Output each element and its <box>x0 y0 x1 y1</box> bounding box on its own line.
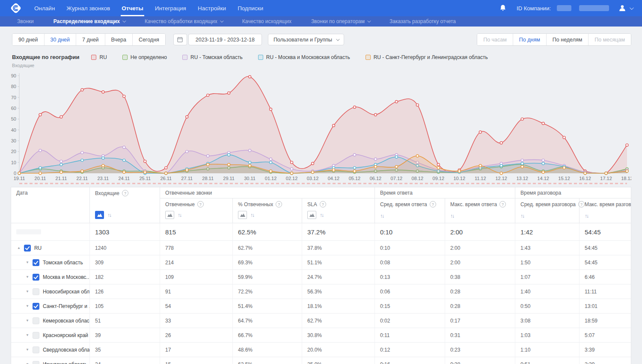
granularity-button[interactable]: По месяцам <box>588 34 631 45</box>
submenu-item-operator-calls[interactable]: Звонки по операторам <box>311 18 370 24</box>
table-cell: ▼Свердловская обла... <box>11 343 90 357</box>
app-logo-icon[interactable] <box>9 2 22 15</box>
date-range-value[interactable]: 2023-11-19 - 2023-12-18 <box>188 34 262 45</box>
help-icon[interactable]: ? <box>430 201 436 207</box>
granularity-button[interactable]: По часам <box>477 34 513 45</box>
table-cell: 214 <box>160 255 233 269</box>
chart-toggle-icon[interactable] <box>165 211 174 219</box>
col-header-answered: Отвеченные? ↑↓ <box>160 198 233 223</box>
submenu-item-incoming-distribution[interactable]: Распределение входящих <box>54 18 125 24</box>
granularity-button[interactable]: По неделям <box>546 34 588 45</box>
row-checkbox[interactable] <box>33 332 39 339</box>
legend-label: RU <box>99 54 107 60</box>
range-preset-button[interactable]: 30 дней <box>44 34 76 45</box>
svg-text:0: 0 <box>14 171 16 176</box>
main-menu-item-call-log[interactable]: Журнал звонков <box>66 0 110 16</box>
row-checkbox[interactable] <box>33 259 39 266</box>
main-menu-item-integration[interactable]: Интеграция <box>155 0 186 16</box>
chart-toggle-icon[interactable] <box>238 211 247 219</box>
sort-icon[interactable]: ↑↓ <box>380 213 383 219</box>
svg-text:24.11: 24.11 <box>118 176 130 181</box>
table-cell: 3:08 <box>515 314 580 328</box>
submenu-item-outgoing-quality[interactable]: Качество исходящих <box>242 18 291 24</box>
svg-text:20.11: 20.11 <box>35 176 46 181</box>
svg-text:05.12: 05.12 <box>349 176 361 181</box>
sort-icon[interactable]: ↑↓ <box>178 212 181 218</box>
submenu-item-calls[interactable]: Звонки <box>17 18 34 24</box>
sort-icon[interactable]: ↑↓ <box>250 212 254 218</box>
col-header-max-talk: Макс. время разговора? ↑↓ <box>580 198 631 223</box>
table-row: ▼Иркутская область241562.5%25.0%0:160:38… <box>11 357 631 364</box>
legend-item[interactable]: RU - Томская область <box>182 54 243 60</box>
range-preset-button[interactable]: 7 дней <box>76 34 105 45</box>
help-icon[interactable]: ? <box>499 201 506 207</box>
expand-arrow-icon[interactable]: ▼ <box>26 260 29 264</box>
legend-item[interactable]: RU - Москва и Московская область <box>258 54 350 60</box>
date-range-presets: 90 дней30 дней7 днейВчераСегодня <box>12 33 166 46</box>
submenu-item-incoming-quality[interactable]: Качество обработки входящих <box>145 18 223 24</box>
row-checkbox[interactable] <box>33 361 39 364</box>
row-checkbox[interactable] <box>33 303 39 310</box>
help-icon[interactable]: ? <box>122 190 128 196</box>
table-cell: 1:40 <box>515 284 580 299</box>
chart-toggle-icon[interactable] <box>307 211 316 219</box>
expand-arrow-icon[interactable]: ▼ <box>26 348 29 352</box>
table-cell: 11:11 <box>580 284 631 299</box>
expand-arrow-icon[interactable]: ▼ <box>26 362 29 364</box>
row-checkbox[interactable] <box>33 346 39 353</box>
submenu-item-order-report[interactable]: Заказать разработку отчета <box>389 18 456 24</box>
range-preset-button[interactable]: Вчера <box>105 34 132 45</box>
help-icon[interactable]: ? <box>276 201 282 207</box>
table-cell: 0:38 <box>445 357 515 364</box>
chart-toggle-icon[interactable] <box>95 211 104 219</box>
table-cell: 0:11 <box>375 328 445 342</box>
sort-icon[interactable]: ↑↓ <box>585 213 588 219</box>
expand-arrow-icon[interactable]: ▼ <box>26 275 29 279</box>
row-checkbox[interactable] <box>24 245 31 252</box>
sort-icon[interactable]: ↑↓ <box>520 213 524 219</box>
svg-text:01.12: 01.12 <box>265 176 277 181</box>
range-preset-button[interactable]: Сегодня <box>132 34 165 45</box>
granularity-toggle: По часамПо днямПо неделямПо месяцам <box>477 33 631 46</box>
main-menu-item-subscriptions[interactable]: Подписки <box>238 0 263 16</box>
sort-icon[interactable]: ↑↓ <box>320 212 323 218</box>
sort-icon[interactable]: ↑↓ <box>107 212 111 218</box>
help-icon[interactable]: ? <box>320 201 326 207</box>
legend-item[interactable]: RU <box>91 54 107 60</box>
row-checkbox[interactable] <box>33 317 39 324</box>
company-id-redacted <box>557 5 571 11</box>
table-cell: 0:15 <box>375 299 445 313</box>
notifications-bell-icon[interactable] <box>499 4 507 12</box>
main-menu-item-reports[interactable]: Отчеты <box>122 0 143 16</box>
expand-arrow-icon[interactable]: ▼ <box>26 319 29 323</box>
granularity-button[interactable]: По дням <box>513 34 546 45</box>
svg-text:07.12: 07.12 <box>391 176 403 181</box>
user-menu[interactable] <box>618 3 633 13</box>
calendar-icon[interactable] <box>173 34 187 45</box>
expand-arrow-icon[interactable]: ▼ <box>26 290 29 293</box>
legend-item[interactable]: Не определено <box>122 54 167 60</box>
table-cell: 109 <box>160 270 233 284</box>
collapse-arrow-icon[interactable]: ▲ <box>17 246 21 250</box>
range-preset-button[interactable]: 90 дней <box>12 34 44 45</box>
company-id-label: ID Компании: <box>517 5 551 12</box>
main-menu-item-settings[interactable]: Настройки <box>198 0 226 16</box>
expand-arrow-icon[interactable]: ▼ <box>26 304 29 308</box>
row-checkbox[interactable] <box>33 274 39 281</box>
users-groups-dropdown[interactable]: Пользователи и Группы <box>268 34 344 45</box>
sort-icon[interactable]: ↑↓ <box>450 213 454 219</box>
table-cell: 0:06 <box>375 284 445 299</box>
expand-arrow-icon[interactable]: ▼ <box>26 333 29 337</box>
help-icon[interactable]: ? <box>197 201 204 207</box>
legend-item[interactable]: RU - Санкт-Петербург и Ленинградская обл… <box>366 54 488 60</box>
filter-bar: 90 дней30 дней7 днейВчераСегодня 2023-11… <box>12 33 631 46</box>
col-header-date: Дата <box>11 187 90 223</box>
table-cell: 2:00 <box>445 241 515 255</box>
main-menu-item-online[interactable]: Онлайн <box>34 0 55 16</box>
submenu-item-label: Распределение входящих <box>54 18 120 24</box>
geography-area-chart[interactable]: 010203040506070809019.1120.1121.1122.112… <box>11 70 631 188</box>
row-checkbox[interactable] <box>33 288 39 295</box>
table-cell: 1303 <box>90 223 160 240</box>
table-cell: 13:01 <box>580 299 631 313</box>
svg-text:16.12: 16.12 <box>579 176 591 181</box>
